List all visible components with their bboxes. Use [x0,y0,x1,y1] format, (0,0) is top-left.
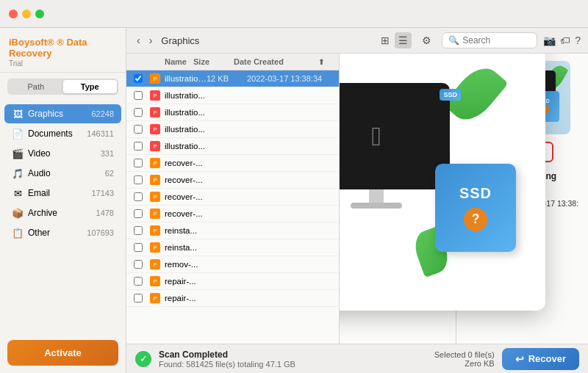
file-name: recover-... [165,209,207,218]
file-type-icon: P [150,124,160,134]
app-name-iboysoft: iBoysoft [9,37,47,48]
grid-view-button[interactable]: ⊞ [377,32,393,48]
sidebar-item-label-other: Other [28,228,87,238]
recover-button[interactable]: ↩ Recover [502,348,579,370]
file-type-icon: P [150,225,160,236]
file-name: recover-... [165,192,207,201]
row-checkbox[interactable] [134,175,143,184]
col-header-size: Size [193,57,234,66]
file-type-icon: P [150,158,160,168]
table-row[interactable]: P recover-... [126,155,339,172]
sidebar-item-count-video: 331 [101,149,114,158]
trial-badge: Trial [9,59,117,68]
table-row[interactable]: P repair-... [126,273,339,290]
table-row[interactable]: P recover-... [126,189,339,206]
row-checkbox[interactable] [134,159,143,167]
back-button[interactable]: ‹ [134,33,143,48]
close-button[interactable] [9,10,18,18]
app-body: iBoysoft® ® Data Recovery Trial Path Typ… [0,28,588,373]
sidebar-item-label-email: Email [28,188,91,198]
camera-button[interactable]: 📷 [543,35,556,46]
row-checkbox[interactable] [134,125,143,134]
sidebar-item-archive[interactable]: 📦 Archive 1478 [4,203,121,222]
file-name: repair-... [165,294,207,303]
table-row[interactable]: P recover-... [126,172,339,189]
recover-icon: ↩ [515,353,524,365]
help-button[interactable]: ? [575,35,581,46]
tab-type[interactable]: Type [63,80,118,93]
toolbar-icons: 📷 🏷 ? [543,35,581,46]
file-name: repair-... [165,277,207,286]
table-row[interactable]: P recover-... [126,206,339,222]
sidebar-item-video[interactable]: 🎬 Video 331 [4,144,121,163]
sidebar-item-count-email: 17143 [91,189,114,198]
row-checkbox[interactable] [134,243,143,252]
file-name: illustratio... [165,142,207,151]
activate-button[interactable]: Activate [7,340,118,366]
tag-button[interactable]: 🏷 [560,35,570,46]
table-row[interactable]: P reinsta... [126,222,339,239]
table-row[interactable]: P remov-... [126,256,339,273]
table-row[interactable]: P illustratio... [126,121,339,138]
row-checkbox[interactable] [134,226,143,235]
row-checkbox[interactable] [134,192,143,201]
row-checkbox[interactable] [134,277,143,286]
forward-button[interactable]: › [146,33,156,48]
sidebar-item-other[interactable]: 📋 Other 107693 [4,223,121,242]
row-checkbox[interactable] [134,142,143,151]
file-name: illustratio... [165,91,207,100]
table-row[interactable]: P repair-... [126,290,339,307]
search-icon: 🔍 [448,35,459,46]
monitor-stand-base [351,203,402,209]
maximize-button[interactable] [35,10,44,18]
list-view-button[interactable]: ☰ [395,32,412,48]
imac-illustration:  SSD SSD ? [340,76,531,281]
selected-files-count: Selected 0 file(s) [434,350,495,359]
recover-label: Recover [528,353,566,364]
app-name-registered: ® [47,37,54,48]
filter-button[interactable]: ⚙ [417,32,436,48]
status-bar: ✓ Scan Completed Found: 581425 file(s) t… [126,344,588,373]
scan-complete-icon: ✓ [135,351,151,367]
sidebar-item-label-video: Video [28,148,101,159]
table-row[interactable]: P illustratio... [126,104,339,121]
sidebar-item-label-documents: Documents [28,128,87,139]
row-checkbox[interactable] [134,91,143,100]
row-checkbox[interactable] [134,209,143,218]
sidebar-item-graphics[interactable]: 🖼 Graphics 62248 [4,104,121,123]
file-type-icon: P [150,107,160,117]
minimize-button[interactable] [22,10,31,18]
table-row[interactable]: P illustratio... [126,87,339,104]
sidebar-item-count-graphics: 62248 [91,109,114,118]
sidebar: iBoysoft® ® Data Recovery Trial Path Typ… [0,28,126,373]
row-checkbox[interactable] [134,294,143,303]
ssd-label: SSD [459,185,492,202]
table-row[interactable]: P illustration2.png 12 KB 2022-03-17 13:… [126,70,339,87]
graphics-icon: 🖼 [12,108,24,120]
file-type-icon: P [150,209,160,219]
other-icon: 📋 [12,227,24,239]
search-input[interactable] [462,35,531,46]
tab-path[interactable]: Path [9,80,63,93]
file-type-icon: P [150,73,160,84]
file-name: recover-... [165,175,207,184]
selected-files-size: Zero KB [434,359,495,368]
row-checkbox[interactable] [134,260,143,269]
sidebar-item-audio[interactable]: 🎵 Audio 62 [4,164,121,183]
sidebar-item-documents[interactable]: 📄 Documents 146311 [4,124,121,143]
sidebar-item-email[interactable]: ✉ Email 17143 [4,184,121,203]
file-type-icon: P [150,192,160,202]
traffic-lights [9,10,44,18]
col-header-date: Date Created [234,57,318,66]
table-row[interactable]: P reinsta... [126,239,339,256]
title-bar [0,0,588,28]
row-checkbox[interactable] [134,108,143,117]
ssd-box: SSD ? [435,164,516,252]
scan-found-text: Found: 581425 file(s) totaling 47.1 GB [159,360,295,369]
row-checkbox[interactable] [134,74,143,83]
file-name: illustratio... [165,108,207,117]
file-date: 2022-03-17 13:38:34 [247,74,331,83]
ssd-question-mark: ? [464,208,487,231]
table-row[interactable]: P illustratio... [126,138,339,155]
sidebar-header: iBoysoft® ® Data Recovery Trial [0,28,126,73]
